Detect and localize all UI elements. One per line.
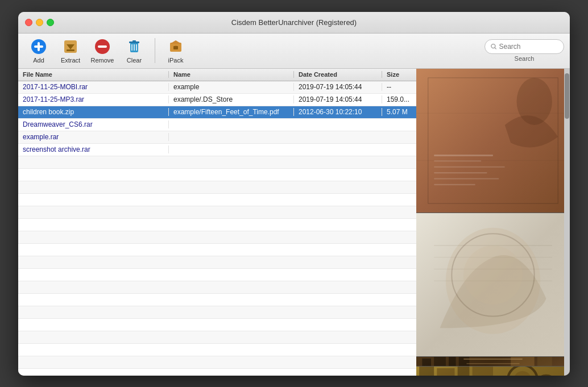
file-list-area: File Name Name Date Created Size 2017-11… [18,69,416,376]
table-body: 2017-11-25-MOBI.rar example 2019-07-19 1… [18,81,416,376]
svg-rect-7 [98,45,107,48]
svg-marker-15 [170,40,181,44]
extract-label: Extract [61,57,80,64]
add-label: Add [33,57,44,64]
svg-rect-30 [434,184,475,185]
maximize-button[interactable] [47,19,54,26]
preview-bot2-svg [416,367,570,376]
svg-rect-42 [449,357,456,366]
table-row[interactable] [18,331,416,344]
preview-image-top [416,69,570,213]
scrollbar-track[interactable] [564,69,570,376]
table-row[interactable] [18,256,416,269]
preview-image-city [416,366,570,376]
svg-rect-41 [434,357,446,366]
svg-rect-28 [434,172,487,173]
ipack-label: iPack [168,57,184,64]
svg-rect-27 [434,166,505,167]
remove-button[interactable]: Remove [88,36,117,65]
cell-filename: 2017-11-25-MP3.rar [18,95,169,103]
toolbar: Add Extract Remove [18,34,570,69]
traffic-lights [18,19,54,26]
ipack-icon [167,38,185,56]
table-row[interactable]: 2017-11-25-MOBI.rar example 2019-07-19 1… [18,81,416,94]
table-row[interactable] [18,194,416,206]
svg-rect-2 [34,45,43,48]
preview-image-mid [416,213,570,356]
svg-rect-10 [132,40,136,42]
cell-filename: screenshot archive.rar [18,145,169,153]
table-row[interactable] [18,231,416,244]
table-row[interactable] [18,269,416,281]
preview-mid-svg [416,213,570,356]
cell-size: 5.07 M [382,108,416,116]
preview-top-svg [416,69,570,213]
svg-rect-59 [473,367,493,376]
minimize-button[interactable] [36,19,43,26]
ipack-button[interactable]: iPack [161,36,191,65]
search-box[interactable] [485,39,564,54]
titlebar: Cisdem BetterUnarchiver (Registered) [18,12,570,34]
cell-filename: 2017-11-25-MOBI.rar [18,83,169,91]
svg-line-19 [495,48,496,49]
clear-icon [125,38,143,56]
cell-filename: example.rar [18,133,169,141]
svg-point-18 [491,44,495,48]
svg-rect-29 [434,178,499,179]
table-row[interactable]: 2017-11-25-MP3.rar example/.DS_Store 201… [18,94,416,106]
table-row[interactable] [18,181,416,194]
add-button[interactable]: Add [24,36,53,65]
cell-size: -- [382,83,416,91]
table-row[interactable]: Dreamweaver_CS6.rar [18,119,416,131]
preview-bottom-svg: FIFTEEN FEET of TIME [416,357,570,366]
search-input[interactable] [499,43,558,51]
table-row[interactable]: children book.zip example/Fifteen_Feet_o… [18,106,416,119]
svg-rect-57 [437,368,454,375]
toolbar-separator [155,38,155,63]
close-button[interactable] [25,19,32,26]
table-row[interactable] [18,356,416,369]
cell-date: 2012-06-30 10:22:10 [294,108,382,116]
table-row[interactable] [18,244,416,256]
table-row[interactable]: example.rar [18,131,416,144]
cell-size: 159.0... [382,95,416,103]
cell-date: 2019-07-19 14:05:44 [294,83,382,91]
main-content: File Name Name Date Created Size 2017-11… [18,69,570,376]
table-row[interactable] [18,344,416,356]
svg-rect-40 [422,358,431,365]
cell-filename: children book.zip [18,108,169,116]
table-row[interactable] [18,206,416,219]
window-title: Cisdem BetterUnarchiver (Registered) [231,18,357,27]
col-header-date: Date Created [294,71,382,78]
search-button-label[interactable]: Search [515,55,535,62]
table-row[interactable] [18,369,416,376]
cell-filename: Dreamweaver_CS6.rar [18,120,169,128]
extract-button[interactable]: Extract [56,36,85,65]
scrollbar-thumb[interactable] [565,73,569,119]
extract-icon [61,38,80,56]
table-row[interactable]: screenshot archive.rar [18,144,416,156]
cell-name: example/Fifteen_Feet_of_Time.pdf [169,108,294,116]
preview-image-book-cover: FIFTEEN FEET of TIME [416,356,570,366]
table-row[interactable] [18,219,416,231]
svg-rect-47 [463,358,523,359]
table-header: File Name Name Date Created Size [18,69,416,81]
table-row[interactable] [18,319,416,331]
svg-rect-55 [419,367,434,376]
app-window: Cisdem BetterUnarchiver (Registered) Add [18,12,570,376]
search-area: Search [485,39,564,62]
table-row[interactable] [18,156,416,169]
search-icon [491,43,497,50]
clear-button[interactable]: Clear [119,36,149,65]
svg-rect-58 [458,367,470,376]
svg-rect-17 [175,45,177,46]
cell-name: example [169,83,294,91]
svg-rect-45 [537,357,552,366]
table-row[interactable] [18,169,416,181]
svg-point-38 [463,245,523,304]
svg-rect-5 [67,49,74,51]
remove-label: Remove [91,57,114,64]
table-row[interactable] [18,281,416,294]
table-row[interactable] [18,306,416,319]
table-row[interactable] [18,294,416,306]
